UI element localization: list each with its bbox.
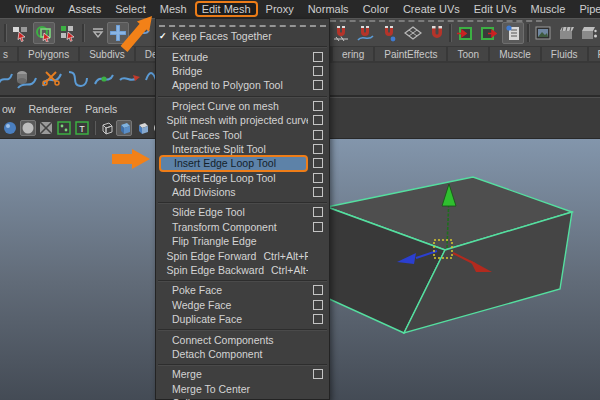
toolbar-divider[interactable] bbox=[527, 24, 530, 42]
menu-item[interactable]: ✓ Flip Triangle Edge bbox=[156, 234, 329, 248]
select-component-icon[interactable] bbox=[57, 22, 79, 44]
option-box[interactable] bbox=[313, 144, 323, 154]
shelf-tab[interactable]: s bbox=[0, 47, 17, 61]
shaded-cube-icon[interactable] bbox=[116, 120, 132, 136]
menu-item[interactable]: ✓ Transform Component bbox=[156, 220, 329, 234]
menu-item[interactable]: ✓ Merge To Center bbox=[156, 382, 329, 396]
input-connections-icon[interactable] bbox=[454, 22, 476, 44]
option-box[interactable] bbox=[313, 369, 323, 379]
toolbar-divider[interactable] bbox=[449, 24, 452, 42]
render-current-frame-icon[interactable] bbox=[555, 22, 577, 44]
add-point-curve-icon[interactable] bbox=[92, 66, 116, 92]
shelf-tab[interactable]: Toon bbox=[448, 47, 488, 61]
sphere-icon[interactable] bbox=[2, 120, 18, 136]
render-view-icon[interactable] bbox=[532, 22, 554, 44]
cut-curve-icon[interactable] bbox=[40, 66, 64, 92]
shelf-tab[interactable]: Polygons bbox=[19, 47, 78, 61]
panel-menu-item[interactable]: ow bbox=[2, 103, 15, 115]
panel-menu-item[interactable]: Panels bbox=[85, 103, 117, 115]
menu-item[interactable]: ✓ Insert Edge Loop Tool bbox=[156, 156, 329, 170]
menu-item[interactable]: ✓ Duplicate Face bbox=[156, 312, 329, 326]
menu-item[interactable]: ✓ Interactive Split Tool bbox=[156, 142, 329, 156]
menu-item[interactable]: ✓ Offset Edge Loop Tool bbox=[156, 171, 329, 185]
option-box[interactable] bbox=[313, 101, 323, 111]
menu-item[interactable]: ✓ Merge bbox=[156, 367, 329, 381]
ipr-render-icon[interactable] bbox=[578, 22, 600, 44]
menu-item[interactable]: ✓ Extrude bbox=[156, 49, 329, 63]
option-box[interactable] bbox=[313, 130, 323, 140]
ep-curve-icon[interactable] bbox=[66, 66, 90, 92]
grid-green-icon[interactable] bbox=[56, 120, 72, 136]
menu-item[interactable]: ✓ Append to Polygon Tool bbox=[156, 78, 329, 92]
panel-menu-item[interactable]: Renderer bbox=[28, 103, 72, 115]
menu-item-label: Transform Component bbox=[172, 221, 277, 233]
menu-item[interactable]: ✓ Spin Edge Forward Ctrl+Alt+Right bbox=[156, 248, 329, 262]
menubar-item[interactable]: Muscle bbox=[524, 2, 573, 16]
menu-item-label: Interactive Split Tool bbox=[172, 143, 266, 155]
snap-to-grids-icon[interactable] bbox=[330, 22, 352, 44]
option-box[interactable] bbox=[313, 300, 323, 310]
text-icon[interactable]: T bbox=[74, 120, 90, 136]
menubar-item[interactable]: Proxy bbox=[259, 2, 301, 16]
output-connections-icon[interactable] bbox=[477, 22, 499, 44]
menu-item[interactable]: ✓ Poke Face bbox=[156, 283, 329, 297]
shelf-tab[interactable]: PaintEffects bbox=[375, 47, 446, 61]
option-box[interactable] bbox=[313, 222, 323, 232]
option-box[interactable] bbox=[313, 115, 323, 125]
toolbar-divider[interactable] bbox=[4, 24, 7, 42]
menu-item-label: Cut Faces Tool bbox=[172, 129, 242, 141]
menu-item[interactable]: ✓ Keep Faces Together bbox=[156, 29, 329, 43]
construction-history-icon[interactable] bbox=[502, 22, 524, 44]
menu-item[interactable]: ✓ Connect Components bbox=[156, 332, 329, 346]
cv-curve-icon[interactable] bbox=[14, 66, 38, 92]
option-box[interactable] bbox=[313, 158, 323, 168]
menubar-item[interactable]: Edit UVs bbox=[467, 2, 524, 16]
option-box[interactable] bbox=[313, 173, 323, 183]
option-box[interactable] bbox=[313, 187, 323, 197]
select-object-icon[interactable] bbox=[33, 22, 55, 44]
menubar-item[interactable]: Color bbox=[356, 2, 396, 16]
pencil-curve-icon[interactable] bbox=[0, 66, 14, 92]
shelf-tab[interactable]: ering bbox=[333, 47, 373, 61]
toolbar-divider[interactable] bbox=[82, 24, 85, 42]
no-image-icon[interactable] bbox=[38, 120, 54, 136]
option-box[interactable] bbox=[313, 314, 323, 324]
menu-item[interactable]: ✓ Cut Faces Tool bbox=[156, 127, 329, 141]
menu-item[interactable]: ✓ Detach Component bbox=[156, 347, 329, 361]
toolbar-divider[interactable] bbox=[93, 121, 96, 135]
menu-item[interactable]: ✓ Bridge bbox=[156, 64, 329, 78]
menubar-item[interactable]: Edit Mesh bbox=[195, 1, 258, 17]
snap-to-view-planes-icon[interactable] bbox=[402, 22, 424, 44]
option-box[interactable] bbox=[313, 66, 323, 76]
shelf-tab[interactable]: Fluids bbox=[542, 47, 587, 61]
shelf-tab[interactable]: Muscle bbox=[490, 47, 540, 61]
make-live-icon[interactable] bbox=[426, 22, 448, 44]
menu-item[interactable]: ✓ Spin Edge Backward Ctrl+Alt+Left bbox=[156, 263, 329, 277]
option-box[interactable] bbox=[313, 207, 323, 217]
menubar-item[interactable]: Pipeline Cache bbox=[572, 2, 600, 16]
option-box[interactable] bbox=[313, 52, 323, 62]
menubar-item[interactable]: Window bbox=[8, 2, 61, 16]
shelf-tab[interactable]: Fur bbox=[589, 47, 600, 61]
menu-item[interactable]: ✓ Project Curve on mesh bbox=[156, 99, 329, 113]
menubar-item[interactable]: Assets bbox=[61, 2, 108, 16]
menu-item-label: Poke Face bbox=[172, 284, 222, 296]
option-box[interactable] bbox=[313, 80, 323, 90]
snap-to-curves-icon[interactable] bbox=[354, 22, 376, 44]
menu-item[interactable]: ✓ Split mesh with projected curve bbox=[156, 113, 329, 127]
select-hierarchy-icon[interactable] bbox=[9, 22, 31, 44]
wireframe-cube-icon[interactable] bbox=[98, 120, 114, 136]
menubar-item[interactable]: Normals bbox=[301, 2, 356, 16]
textured-cube-icon[interactable] bbox=[134, 120, 150, 136]
menubar-item[interactable]: Mesh bbox=[153, 2, 194, 16]
menu-item[interactable]: ✓ Collapse bbox=[156, 396, 329, 400]
circle-icon[interactable] bbox=[20, 120, 36, 136]
option-box[interactable] bbox=[313, 285, 323, 295]
curve-arrow-icon[interactable] bbox=[118, 66, 142, 92]
menu-item[interactable]: ✓ Slide Edge Tool bbox=[156, 205, 329, 219]
snap-to-points-icon[interactable] bbox=[378, 22, 400, 44]
menu-item[interactable]: ✓ Add Divisions bbox=[156, 185, 329, 199]
menu-item[interactable]: ✓ Wedge Face bbox=[156, 298, 329, 312]
menu-item-label: Merge To Center bbox=[172, 383, 250, 395]
menubar-item[interactable]: Create UVs bbox=[396, 2, 467, 16]
